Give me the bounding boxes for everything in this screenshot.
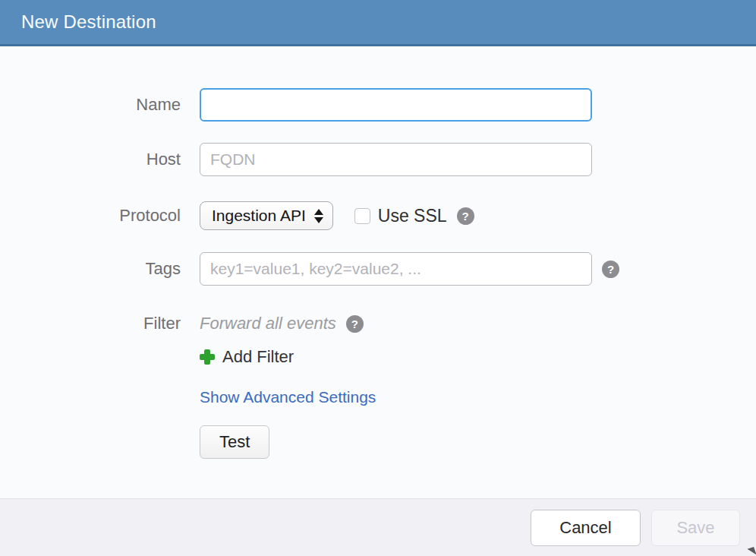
new-destination-modal: New Destination Name Host Protocol Inges…	[0, 0, 756, 556]
name-row: Name	[0, 88, 756, 122]
protocol-select-value: Ingestion API	[212, 207, 306, 225]
filter-empty-text: Forward all events	[200, 314, 336, 333]
modal-title: New Destination	[21, 11, 156, 33]
advanced-settings-row: Show Advanced Settings	[0, 387, 756, 407]
modal-header: New Destination	[0, 0, 756, 46]
add-plus-icon	[200, 349, 215, 365]
tags-help-icon[interactable]: ?	[602, 261, 619, 278]
name-label: Name	[0, 95, 181, 115]
name-input[interactable]	[200, 88, 592, 122]
show-advanced-settings-link[interactable]: Show Advanced Settings	[200, 388, 376, 406]
host-input[interactable]	[200, 143, 592, 176]
tags-row: Tags ?	[0, 252, 756, 286]
add-filter-button[interactable]: Add Filter	[0, 346, 756, 368]
use-ssl-checkbox[interactable]	[354, 208, 370, 224]
filter-label: Filter	[0, 314, 181, 333]
host-label: Host	[0, 150, 181, 169]
filter-row: Filter Forward all events ?	[0, 307, 756, 340]
select-updown-arrows-icon	[314, 209, 323, 223]
tags-label: Tags	[0, 259, 181, 279]
use-ssl-label: Use SSL	[378, 206, 447, 226]
add-filter-label: Add Filter	[222, 347, 294, 367]
test-button[interactable]: Test	[200, 425, 269, 459]
host-row: Host	[0, 143, 756, 176]
protocol-select[interactable]: Ingestion API	[200, 201, 333, 230]
cancel-button[interactable]: Cancel	[531, 510, 641, 546]
filter-help-icon[interactable]: ?	[346, 315, 364, 333]
protocol-row: Protocol Ingestion API Use SSL ?	[0, 199, 756, 232]
modal-body: Name Host Protocol Ingestion API Use SSL…	[0, 46, 756, 498]
save-button[interactable]: Save	[651, 510, 740, 546]
use-ssl-checkbox-wrap: Use SSL	[354, 206, 447, 226]
protocol-label: Protocol	[0, 206, 181, 226]
modal-footer: Cancel Save	[0, 498, 756, 556]
test-row: Test	[0, 425, 756, 459]
tags-input[interactable]	[200, 252, 592, 286]
ssl-help-icon[interactable]: ?	[457, 207, 474, 225]
